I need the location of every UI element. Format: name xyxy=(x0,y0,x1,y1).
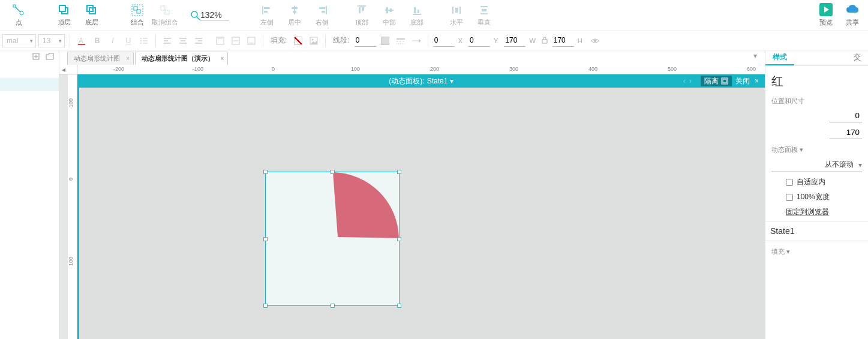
fill-label: 填充: xyxy=(271,35,287,46)
isolate-button[interactable]: 隔离 xyxy=(701,76,732,86)
align-center-icon xyxy=(289,4,301,16)
y-input[interactable] xyxy=(468,35,490,47)
halign-right-button[interactable] xyxy=(192,34,205,47)
x-input[interactable] xyxy=(433,35,455,47)
svg-rect-36 xyxy=(482,9,486,11)
section-position: 位置和尺寸 xyxy=(771,97,862,106)
halign-center-button[interactable] xyxy=(176,34,190,47)
scroll-mode-select[interactable]: 从不滚动 xyxy=(771,158,862,172)
prev-state-icon[interactable]: ‹ xyxy=(683,77,686,85)
close-icon[interactable]: × xyxy=(126,55,130,62)
font-color-button[interactable]: A xyxy=(75,34,88,47)
connector-point-button[interactable]: 点 xyxy=(5,1,32,30)
close-panel-button[interactable]: 关闭× xyxy=(732,76,762,86)
ungroup-icon xyxy=(159,4,171,16)
share-button[interactable]: 共享 xyxy=(840,2,864,27)
canvas-area: ◂ -200 -100 0 100 200 300 400 500 600 -1… xyxy=(59,65,765,339)
resize-handle-s[interactable] xyxy=(331,304,335,308)
italic-button[interactable]: I xyxy=(106,34,119,47)
svg-rect-0 xyxy=(13,5,16,7)
element-name[interactable]: 红 xyxy=(771,73,862,89)
doc-tab-2[interactable]: 动态扇形统计图（演示）× xyxy=(135,52,228,65)
align-right-icon xyxy=(316,4,328,16)
svg-line-12 xyxy=(197,17,200,20)
pie-wedge-shape[interactable] xyxy=(266,172,400,307)
group-icon xyxy=(131,4,143,16)
resize-handle-ne[interactable] xyxy=(397,170,401,174)
panel-title: (动态面板): xyxy=(389,76,424,86)
state-row[interactable]: State1 xyxy=(765,221,868,241)
label: 点 xyxy=(16,18,22,27)
valign-top-button[interactable] xyxy=(214,34,227,47)
add-page-icon[interactable] xyxy=(32,53,41,61)
w-input[interactable] xyxy=(504,35,525,47)
valign-middle-button[interactable] xyxy=(229,34,242,47)
editing-surface[interactable] xyxy=(77,88,765,339)
stroke-width-input[interactable] xyxy=(355,35,376,47)
selection-box[interactable] xyxy=(265,172,400,306)
ruler-horizontal[interactable]: -200 -100 0 100 200 300 400 500 600 xyxy=(77,65,765,74)
inspector-x-input[interactable] xyxy=(830,109,862,122)
add-folder-icon[interactable] xyxy=(46,53,54,61)
send-back-icon xyxy=(86,4,98,16)
resize-handle-nw[interactable] xyxy=(263,170,268,174)
preview-button[interactable]: 预览 xyxy=(814,2,838,27)
svg-point-11 xyxy=(191,11,197,17)
h-input[interactable] xyxy=(552,35,574,47)
group-button[interactable]: 组合 xyxy=(124,1,151,30)
lock-aspect-icon[interactable] xyxy=(542,37,550,45)
stroke-style-button[interactable] xyxy=(394,34,407,47)
resize-handle-n[interactable] xyxy=(331,170,335,174)
arrow-style-button[interactable] xyxy=(410,34,423,47)
font-family-select[interactable]: mal xyxy=(2,34,36,47)
visibility-button[interactable] xyxy=(588,34,602,47)
stroke-color-button[interactable] xyxy=(379,34,392,47)
zoom-input[interactable] xyxy=(200,10,229,20)
zoom-icon xyxy=(191,11,200,20)
ruler-origin-button[interactable]: ◂ xyxy=(59,65,68,74)
distribute-v-button: 垂直 xyxy=(470,1,498,30)
align-center-button: 居中 xyxy=(281,1,308,30)
svg-point-1 xyxy=(20,11,23,15)
underline-button[interactable]: U xyxy=(122,34,135,47)
bullet-list-button[interactable] xyxy=(137,34,151,47)
fill-color-button[interactable] xyxy=(292,34,305,47)
document-tabs: 动态扇形统计图× 动态扇形统计图（演示）× xyxy=(67,50,229,65)
zoom-control[interactable] xyxy=(191,10,229,20)
svg-rect-39 xyxy=(78,44,85,45)
ruler-vertical[interactable]: -100 0 100 xyxy=(68,74,77,339)
svg-rect-30 xyxy=(418,10,419,13)
bring-front-button[interactable]: 顶层 xyxy=(50,1,78,30)
bold-button[interactable]: B xyxy=(91,34,104,47)
tabs-dropdown-icon[interactable]: ▾ xyxy=(753,52,762,60)
align-right-button: 右侧 xyxy=(308,1,336,30)
resize-handle-e[interactable] xyxy=(397,237,401,241)
font-size-select[interactable]: 13 xyxy=(38,34,65,47)
align-middle-icon xyxy=(383,4,395,16)
full-width-checkbox[interactable]: 100%宽度 xyxy=(786,192,862,202)
tab-style[interactable]: 样式 xyxy=(765,50,794,65)
svg-rect-21 xyxy=(322,11,325,13)
resize-handle-sw[interactable] xyxy=(263,304,268,308)
resize-handle-w[interactable] xyxy=(263,237,268,241)
svg-point-42 xyxy=(140,40,142,41)
ruler-corner[interactable] xyxy=(68,65,77,74)
next-state-icon[interactable]: › xyxy=(689,77,692,85)
svg-point-40 xyxy=(140,38,142,39)
section-fill[interactable]: 填充 ▾ xyxy=(771,247,862,256)
valign-bottom-button[interactable] xyxy=(245,34,258,47)
doc-tab-1[interactable]: 动态扇形统计图× xyxy=(67,52,134,65)
section-dynamic-panel[interactable]: 动态面板 ▾ xyxy=(771,145,862,154)
halign-left-button[interactable] xyxy=(161,34,174,47)
tab-interactions[interactable]: 交 xyxy=(846,50,868,65)
outline-selected-row[interactable] xyxy=(0,78,59,91)
inspector-w-input[interactable] xyxy=(830,126,862,139)
fill-image-button[interactable] xyxy=(307,34,320,47)
panel-state-dropdown[interactable]: State1 ▾ xyxy=(427,77,453,85)
pin-browser-link[interactable]: 固定到浏览器 xyxy=(786,207,862,217)
close-icon[interactable]: × xyxy=(220,55,224,62)
resize-handle-se[interactable] xyxy=(397,304,401,308)
fit-content-checkbox[interactable]: 自适应内 xyxy=(786,177,862,187)
send-back-button[interactable]: 底层 xyxy=(78,1,106,30)
outline-panel xyxy=(0,50,59,339)
